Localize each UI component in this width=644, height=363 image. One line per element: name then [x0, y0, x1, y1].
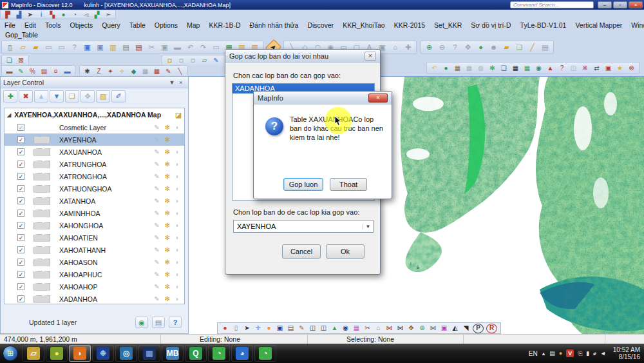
- layer-editable-icon[interactable]: ✎: [154, 173, 159, 180]
- grid-green-icon[interactable]: ▦: [522, 63, 533, 73]
- layer-style-override-icon[interactable]: ✻: [165, 295, 170, 302]
- menu-item[interactable]: Đánh nhãn thửa: [245, 21, 303, 30]
- table-grid-icon[interactable]: ▦: [140, 66, 151, 76]
- sail-icon[interactable]: ◭: [450, 324, 460, 333]
- target-icon[interactable]: ◉: [340, 324, 351, 333]
- menu-item[interactable]: KKR-2015: [390, 21, 430, 30]
- new-table-icon[interactable]: ▥: [107, 42, 119, 53]
- layer-row[interactable]: ✓ XAHONGHOA ✎ ✻ ◗: [5, 219, 184, 231]
- menu-item[interactable]: Sơ đồ vị trí-D: [466, 21, 515, 30]
- layer-editable-icon[interactable]: ✎: [154, 259, 159, 266]
- blue-square-icon[interactable]: ▣: [274, 324, 285, 333]
- layer-hotlink-icon[interactable]: ◗: [175, 124, 179, 131]
- tray-network-icon[interactable]: ⸙: [593, 350, 596, 357]
- ruler-icon[interactable]: ╱: [526, 42, 538, 53]
- layer-style-override-icon[interactable]: ✻: [165, 271, 170, 278]
- menu-item[interactable]: File: [0, 21, 20, 30]
- pencil-green-icon[interactable]: ✎: [15, 66, 26, 76]
- layer-editable-icon[interactable]: ✎: [154, 246, 159, 253]
- edit-db-icon[interactable]: ✎: [211, 56, 222, 66]
- layer-hotlink-icon[interactable]: ◗: [175, 246, 179, 253]
- layer-style-override-icon[interactable]: ✻: [165, 246, 170, 253]
- scissors-icon[interactable]: ✂: [362, 324, 373, 333]
- layer-hotlink-icon[interactable]: ◗: [175, 222, 179, 229]
- photo-icon[interactable]: ▲: [545, 63, 556, 73]
- taskbar-qgis[interactable]: Q: [185, 345, 207, 362]
- merge-anyway-button[interactable]: Gop luon: [283, 178, 323, 191]
- layer-hotlink-icon[interactable]: ◗: [175, 210, 179, 217]
- layer-visibility-checkbox[interactable]: ✓: [17, 283, 24, 290]
- menu-item[interactable]: Discover: [303, 21, 338, 30]
- layer-style-override-icon[interactable]: ✻: [165, 222, 170, 229]
- add-layer-button[interactable]: ✚: [3, 90, 17, 103]
- tray-users-icon[interactable]: ▤: [549, 350, 555, 357]
- layer-style-override-icon[interactable]: ✻: [165, 124, 170, 131]
- layer-row[interactable]: ✓ XAMINHHOA ✎ ✻ ◗: [5, 207, 184, 219]
- pan-layer-button[interactable]: ✥: [80, 90, 95, 103]
- menu-item[interactable]: Edit: [20, 21, 41, 30]
- window2-icon[interactable]: ▭: [55, 42, 68, 53]
- record-icon[interactable]: ●: [220, 324, 231, 333]
- grid-pink-icon[interactable]: ▦: [351, 324, 362, 333]
- layer-editable-icon[interactable]: ✎: [154, 161, 159, 168]
- compass-icon[interactable]: ✛: [252, 324, 263, 333]
- layer-visibility-checkbox[interactable]: ✓: [17, 124, 24, 131]
- merge-dialog-titlebar[interactable]: Gop cac lop ban do lai voi nhau ×: [225, 50, 380, 63]
- message-dialog-close-icon[interactable]: ×: [368, 93, 388, 103]
- p-circle-icon[interactable]: P: [473, 324, 484, 333]
- layer-hotlink-icon[interactable]: ◗: [175, 161, 179, 168]
- message-dialog-titlebar[interactable]: MapInfo ×: [254, 92, 392, 104]
- measure-icon[interactable]: ◫: [568, 63, 579, 73]
- language-indicator[interactable]: EN: [529, 350, 538, 357]
- star-icon[interactable]: ★: [614, 63, 625, 73]
- layer-visibility-checkbox[interactable]: ✓: [17, 295, 24, 302]
- lock-gray2-icon[interactable]: ◘: [187, 56, 198, 66]
- undo-yellow-icon[interactable]: ↶: [429, 63, 440, 73]
- chevron-down-icon[interactable]: ▼: [363, 224, 373, 230]
- toolset-icon[interactable]: ✱: [82, 66, 93, 76]
- layer-style-override-icon[interactable]: ✻: [165, 210, 170, 217]
- menu-item[interactable]: Objects: [66, 21, 98, 30]
- globe-green-icon[interactable]: ●: [440, 63, 451, 73]
- remove-layer-button[interactable]: ✖: [19, 90, 33, 103]
- paste-icon[interactable]: ▬: [171, 42, 184, 53]
- taskbar-explorer[interactable]: ▱: [23, 345, 44, 362]
- layer-editable-icon[interactable]: ✎: [154, 124, 159, 131]
- globe-view-icon[interactable]: ●: [475, 42, 487, 53]
- layer-visibility-checkbox[interactable]: ✓: [17, 210, 24, 217]
- r-circle-icon[interactable]: R: [486, 324, 497, 333]
- layer-visibility-checkbox[interactable]: ✓: [17, 148, 24, 155]
- legend-icon[interactable]: ▤: [539, 42, 551, 53]
- layer-hotlink-icon[interactable]: ◗: [175, 197, 179, 204]
- menu-item[interactable]: KKR_KhoiTao: [338, 21, 389, 30]
- photo-red-icon[interactable]: ▣: [603, 63, 614, 73]
- close-red-icon[interactable]: ⊗: [626, 63, 637, 73]
- form-icon[interactable]: ▭: [210, 42, 222, 53]
- orange-ball-icon[interactable]: ●: [263, 324, 274, 333]
- pick-tool-icon[interactable]: ➤: [25, 10, 35, 19]
- layer-row[interactable]: ✓ XAHOASON ✎ ✻ ◗: [5, 256, 184, 268]
- bracket-h2-icon[interactable]: ◫: [318, 324, 329, 333]
- chart-icon[interactable]: ▚: [47, 10, 57, 19]
- open-icon[interactable]: ▱: [17, 42, 29, 53]
- apply-button[interactable]: ◉: [135, 317, 148, 328]
- minimize-button[interactable]: –: [598, 1, 612, 8]
- hand-icon[interactable]: ✥: [406, 324, 417, 333]
- hourglass-icon[interactable]: ◆: [128, 66, 139, 76]
- pencil-icon[interactable]: ✎: [296, 324, 307, 333]
- print-window-icon[interactable]: ▤: [120, 42, 132, 53]
- label-icon[interactable]: ▰: [500, 42, 513, 53]
- command-search-input[interactable]: Command Search...: [510, 1, 594, 8]
- taskbar-coccoc[interactable]: ◔: [208, 345, 230, 362]
- layer-hotlink-icon[interactable]: ◗: [175, 259, 179, 266]
- map-window-icon[interactable]: ▛: [3, 10, 13, 19]
- layer-style-button[interactable]: ❏: [65, 90, 79, 103]
- taskbar-globe-app[interactable]: ●: [46, 345, 68, 362]
- new-workspace-icon[interactable]: ▯: [4, 42, 16, 53]
- taskbar-dot-grid[interactable]: ▦: [138, 345, 160, 362]
- save-copy-icon[interactable]: ▣: [94, 42, 106, 53]
- window-icon[interactable]: ▭: [43, 42, 55, 53]
- layer-editable-icon[interactable]: ✎: [154, 197, 159, 204]
- layer-editable-icon[interactable]: ✎: [154, 148, 159, 155]
- menu-item[interactable]: TyLe-BD-V1.01: [516, 21, 571, 30]
